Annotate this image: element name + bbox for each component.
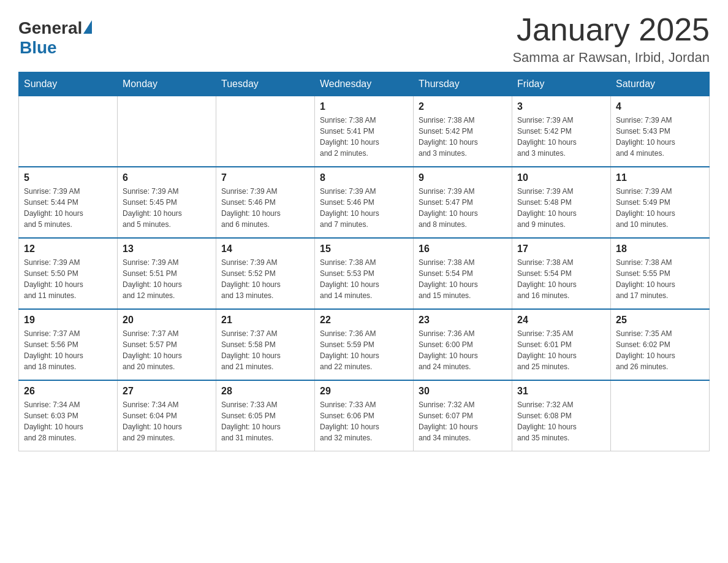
calendar-week-row: 12Sunrise: 7:39 AM Sunset: 5:50 PM Dayli…	[19, 238, 710, 309]
header-wednesday: Wednesday	[315, 72, 414, 96]
calendar-week-row: 1Sunrise: 7:38 AM Sunset: 5:41 PM Daylig…	[19, 96, 710, 167]
calendar-cell: 8Sunrise: 7:39 AM Sunset: 5:46 PM Daylig…	[315, 167, 414, 238]
calendar-cell: 10Sunrise: 7:39 AM Sunset: 5:48 PM Dayli…	[512, 167, 611, 238]
calendar-cell: 16Sunrise: 7:38 AM Sunset: 5:54 PM Dayli…	[414, 238, 512, 309]
day-info: Sunrise: 7:38 AM Sunset: 5:41 PM Dayligh…	[320, 115, 408, 159]
day-info: Sunrise: 7:39 AM Sunset: 5:42 PM Dayligh…	[517, 115, 605, 159]
calendar-cell: 4Sunrise: 7:39 AM Sunset: 5:43 PM Daylig…	[611, 96, 710, 167]
day-info: Sunrise: 7:38 AM Sunset: 5:55 PM Dayligh…	[616, 257, 704, 301]
day-info: Sunrise: 7:39 AM Sunset: 5:51 PM Dayligh…	[123, 257, 211, 301]
calendar-cell: 21Sunrise: 7:37 AM Sunset: 5:58 PM Dayli…	[216, 309, 315, 380]
title-block: January 2025 Samma ar Rawsan, Irbid, Jor…	[512, 12, 710, 66]
day-info: Sunrise: 7:39 AM Sunset: 5:47 PM Dayligh…	[419, 186, 507, 230]
day-number: 18	[616, 243, 704, 255]
calendar-cell: 29Sunrise: 7:33 AM Sunset: 6:06 PM Dayli…	[315, 380, 414, 451]
calendar-cell: 25Sunrise: 7:35 AM Sunset: 6:02 PM Dayli…	[611, 309, 710, 380]
calendar-cell: 13Sunrise: 7:39 AM Sunset: 5:51 PM Dayli…	[118, 238, 216, 309]
day-info: Sunrise: 7:34 AM Sunset: 6:04 PM Dayligh…	[123, 399, 211, 443]
logo: General Blue	[18, 18, 92, 58]
day-number: 19	[24, 315, 112, 326]
day-number: 7	[221, 172, 309, 183]
header-saturday: Saturday	[611, 72, 710, 96]
calendar-cell	[19, 96, 118, 167]
calendar-cell: 30Sunrise: 7:32 AM Sunset: 6:07 PM Dayli…	[414, 380, 512, 451]
day-number: 24	[517, 315, 605, 326]
day-number: 9	[419, 172, 507, 183]
day-number: 12	[24, 243, 112, 255]
header-monday: Monday	[118, 72, 216, 96]
calendar-cell: 20Sunrise: 7:37 AM Sunset: 5:57 PM Dayli…	[118, 309, 216, 380]
calendar-week-row: 19Sunrise: 7:37 AM Sunset: 5:56 PM Dayli…	[19, 309, 710, 380]
calendar-subtitle: Samma ar Rawsan, Irbid, Jordan	[512, 50, 710, 66]
calendar-cell: 26Sunrise: 7:34 AM Sunset: 6:03 PM Dayli…	[19, 380, 118, 451]
calendar-cell: 6Sunrise: 7:39 AM Sunset: 5:45 PM Daylig…	[118, 167, 216, 238]
day-number: 25	[616, 315, 704, 326]
day-number: 11	[616, 172, 704, 183]
calendar-week-row: 5Sunrise: 7:39 AM Sunset: 5:44 PM Daylig…	[19, 167, 710, 238]
day-info: Sunrise: 7:33 AM Sunset: 6:05 PM Dayligh…	[221, 399, 309, 443]
calendar-cell: 24Sunrise: 7:35 AM Sunset: 6:01 PM Dayli…	[512, 309, 611, 380]
calendar-cell: 3Sunrise: 7:39 AM Sunset: 5:42 PM Daylig…	[512, 96, 611, 167]
calendar-header-row: SundayMondayTuesdayWednesdayThursdayFrid…	[19, 72, 710, 96]
day-number: 17	[517, 243, 605, 255]
day-number: 27	[123, 386, 211, 397]
calendar-cell: 14Sunrise: 7:39 AM Sunset: 5:52 PM Dayli…	[216, 238, 315, 309]
day-info: Sunrise: 7:35 AM Sunset: 6:02 PM Dayligh…	[616, 328, 704, 372]
calendar-table: SundayMondayTuesdayWednesdayThursdayFrid…	[18, 72, 710, 451]
day-number: 13	[123, 243, 211, 255]
day-info: Sunrise: 7:39 AM Sunset: 5:50 PM Dayligh…	[24, 257, 112, 301]
calendar-cell	[118, 96, 216, 167]
day-info: Sunrise: 7:38 AM Sunset: 5:42 PM Dayligh…	[419, 115, 507, 159]
calendar-cell: 17Sunrise: 7:38 AM Sunset: 5:54 PM Dayli…	[512, 238, 611, 309]
calendar-cell: 15Sunrise: 7:38 AM Sunset: 5:53 PM Dayli…	[315, 238, 414, 309]
calendar-cell: 2Sunrise: 7:38 AM Sunset: 5:42 PM Daylig…	[414, 96, 512, 167]
day-info: Sunrise: 7:36 AM Sunset: 6:00 PM Dayligh…	[419, 328, 507, 372]
header-sunday: Sunday	[19, 72, 118, 96]
day-info: Sunrise: 7:33 AM Sunset: 6:06 PM Dayligh…	[320, 399, 408, 443]
calendar-cell: 28Sunrise: 7:33 AM Sunset: 6:05 PM Dayli…	[216, 380, 315, 451]
calendar-cell: 23Sunrise: 7:36 AM Sunset: 6:00 PM Dayli…	[414, 309, 512, 380]
calendar-week-row: 26Sunrise: 7:34 AM Sunset: 6:03 PM Dayli…	[19, 380, 710, 451]
day-info: Sunrise: 7:39 AM Sunset: 5:43 PM Dayligh…	[616, 115, 704, 159]
day-info: Sunrise: 7:39 AM Sunset: 5:45 PM Dayligh…	[123, 186, 211, 230]
day-info: Sunrise: 7:34 AM Sunset: 6:03 PM Dayligh…	[24, 399, 112, 443]
logo-general-text: General	[18, 18, 82, 38]
day-number: 14	[221, 243, 309, 255]
day-number: 1	[320, 101, 408, 112]
day-info: Sunrise: 7:32 AM Sunset: 6:08 PM Dayligh…	[517, 399, 605, 443]
day-info: Sunrise: 7:39 AM Sunset: 5:48 PM Dayligh…	[517, 186, 605, 230]
day-number: 15	[320, 243, 408, 255]
day-info: Sunrise: 7:37 AM Sunset: 5:57 PM Dayligh…	[123, 328, 211, 372]
calendar-cell: 5Sunrise: 7:39 AM Sunset: 5:44 PM Daylig…	[19, 167, 118, 238]
calendar-cell: 27Sunrise: 7:34 AM Sunset: 6:04 PM Dayli…	[118, 380, 216, 451]
header-thursday: Thursday	[414, 72, 512, 96]
day-number: 29	[320, 386, 408, 397]
calendar-cell: 12Sunrise: 7:39 AM Sunset: 5:50 PM Dayli…	[19, 238, 118, 309]
day-info: Sunrise: 7:39 AM Sunset: 5:46 PM Dayligh…	[221, 186, 309, 230]
day-number: 21	[221, 315, 309, 326]
day-number: 16	[419, 243, 507, 255]
day-number: 2	[419, 101, 507, 112]
calendar-cell: 19Sunrise: 7:37 AM Sunset: 5:56 PM Dayli…	[19, 309, 118, 380]
day-number: 30	[419, 386, 507, 397]
day-number: 5	[24, 172, 112, 183]
day-info: Sunrise: 7:37 AM Sunset: 5:58 PM Dayligh…	[221, 328, 309, 372]
day-number: 3	[517, 101, 605, 112]
day-number: 8	[320, 172, 408, 183]
calendar-cell: 9Sunrise: 7:39 AM Sunset: 5:47 PM Daylig…	[414, 167, 512, 238]
day-info: Sunrise: 7:39 AM Sunset: 5:46 PM Dayligh…	[320, 186, 408, 230]
calendar-cell: 18Sunrise: 7:38 AM Sunset: 5:55 PM Dayli…	[611, 238, 710, 309]
day-info: Sunrise: 7:36 AM Sunset: 5:59 PM Dayligh…	[320, 328, 408, 372]
day-info: Sunrise: 7:35 AM Sunset: 6:01 PM Dayligh…	[517, 328, 605, 372]
day-info: Sunrise: 7:38 AM Sunset: 5:54 PM Dayligh…	[517, 257, 605, 301]
day-info: Sunrise: 7:39 AM Sunset: 5:52 PM Dayligh…	[221, 257, 309, 301]
header-friday: Friday	[512, 72, 611, 96]
day-info: Sunrise: 7:39 AM Sunset: 5:49 PM Dayligh…	[616, 186, 704, 230]
day-number: 4	[616, 101, 704, 112]
day-number: 22	[320, 315, 408, 326]
day-number: 20	[123, 315, 211, 326]
calendar-cell	[611, 380, 710, 451]
day-number: 6	[123, 172, 211, 183]
calendar-title: January 2025	[512, 12, 710, 47]
day-info: Sunrise: 7:39 AM Sunset: 5:44 PM Dayligh…	[24, 186, 112, 230]
